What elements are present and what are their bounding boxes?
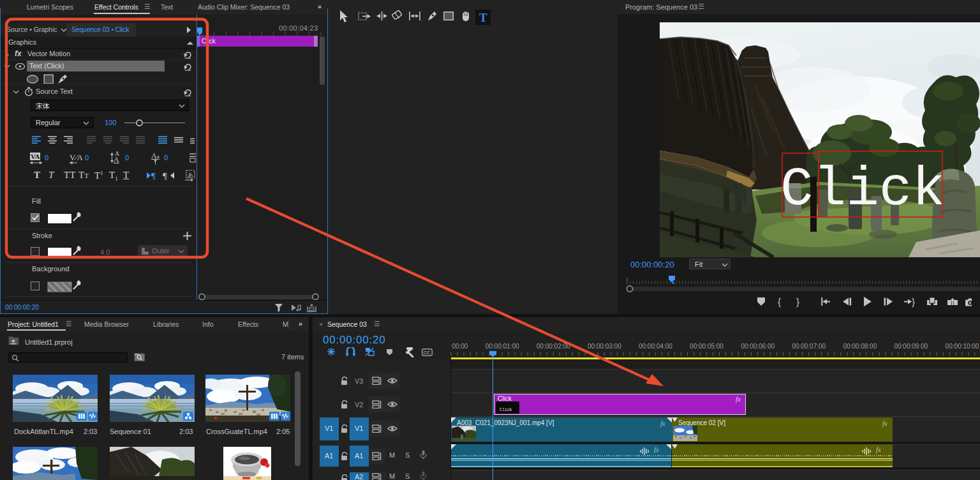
svg-text:¶: ¶ [151,171,156,180]
svg-text:Click: Click [780,158,945,221]
svg-text:T: T [479,11,487,24]
svg-text:}: } [796,296,799,307]
svg-text:あ: あ [188,172,193,178]
svg-text:{: { [778,296,781,307]
svg-text:¶: ¶ [163,171,167,180]
svg-text:}: } [912,296,915,307]
